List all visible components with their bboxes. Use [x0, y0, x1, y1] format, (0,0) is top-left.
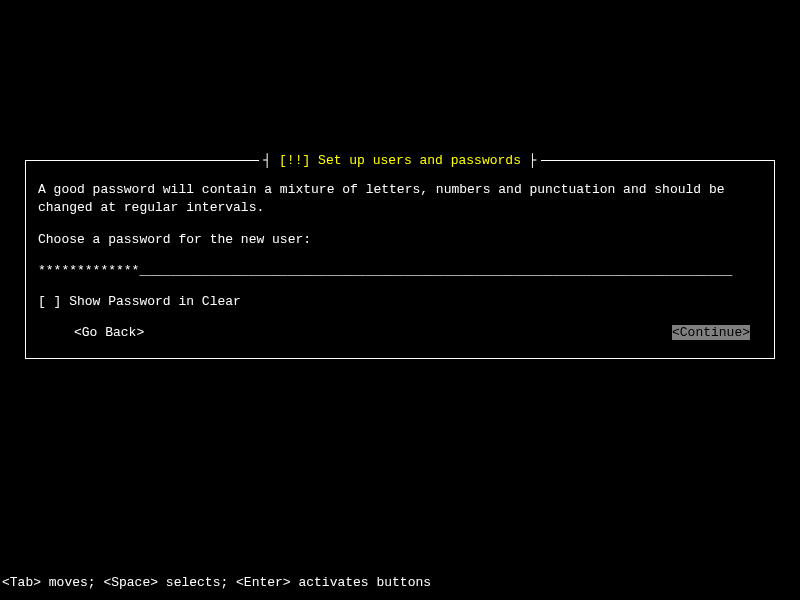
password-prompt: Choose a password for the new user:	[38, 232, 762, 247]
title-priority: [!!]	[279, 153, 310, 168]
password-input[interactable]: *************___________________________…	[38, 263, 762, 278]
button-row: <Go Back> <Continue>	[38, 325, 762, 340]
password-dialog: ┤ [!!] Set up users and passwords ├ A go…	[25, 160, 775, 359]
password-value: *************	[38, 263, 139, 278]
continue-button[interactable]: <Continue>	[672, 325, 750, 340]
title-bracket-right: ├	[521, 153, 537, 168]
checkbox-state: [ ]	[38, 294, 61, 309]
dialog-title-container: ┤ [!!] Set up users and passwords ├	[26, 153, 774, 168]
dialog-description: A good password will contain a mixture o…	[38, 181, 762, 216]
dialog-title: ┤ [!!] Set up users and passwords ├	[259, 153, 540, 168]
footer-help-text: <Tab> moves; <Space> selects; <Enter> ac…	[2, 575, 431, 590]
title-bracket-left: ┤	[263, 153, 279, 168]
show-password-checkbox[interactable]: [ ] Show Password in Clear	[38, 294, 762, 309]
password-underline: ________________________________________…	[139, 263, 732, 278]
checkbox-label: Show Password in Clear	[69, 294, 241, 309]
title-text: Set up users and passwords	[318, 153, 521, 168]
go-back-button[interactable]: <Go Back>	[74, 325, 144, 340]
